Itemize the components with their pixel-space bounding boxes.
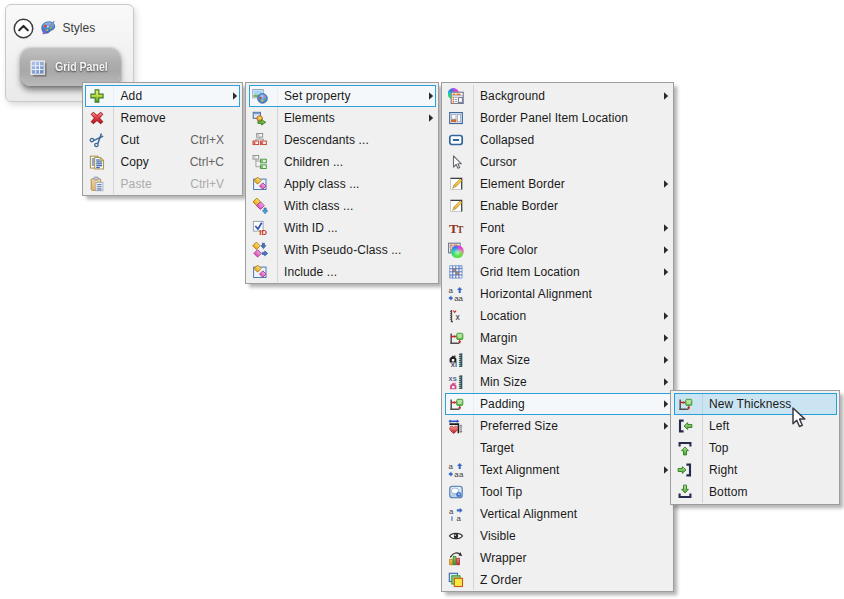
svg-text:a: a (449, 507, 454, 516)
svg-text:a: a (449, 462, 454, 471)
svg-text:x: x (455, 312, 460, 322)
svg-text:T: T (457, 224, 464, 234)
svg-text:aa: aa (454, 294, 463, 302)
svg-text:xl: xl (451, 360, 457, 368)
svg-text:a: a (459, 470, 464, 478)
svg-text:a: a (449, 286, 454, 295)
svg-text:a: a (456, 513, 461, 521)
svg-text:xs: xs (449, 374, 457, 383)
svg-text:ID: ID (259, 227, 267, 235)
